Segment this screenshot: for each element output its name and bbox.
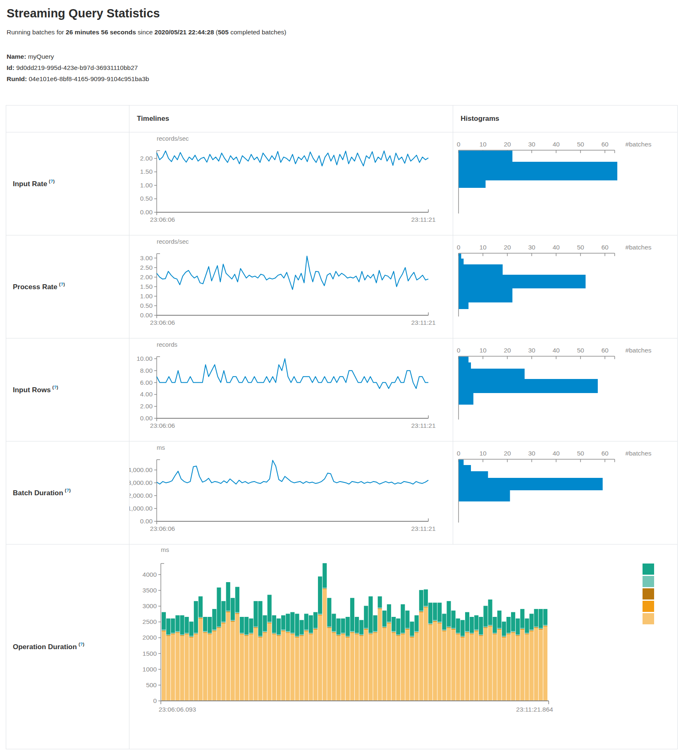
summary-since: since: [136, 29, 155, 36]
run-duration: 26 minutes 56 seconds: [66, 29, 136, 36]
input-rate-histogram-chart: 0102030405060#batches: [453, 132, 677, 235]
svg-text:40: 40: [552, 347, 560, 354]
svg-text:23:06:06: 23:06:06: [150, 525, 175, 532]
svg-text:1.00: 1.00: [140, 182, 153, 189]
row-operation-duration: Operation Duration(?) ms0500100015002000…: [6, 544, 678, 749]
svg-text:2.00: 2.00: [140, 403, 153, 410]
svg-text:#batches: #batches: [626, 450, 652, 457]
svg-text:40: 40: [552, 450, 560, 457]
svg-text:23:06:06: 23:06:06: [150, 422, 175, 429]
svg-text:records: records: [157, 341, 177, 348]
id-label: Id:: [7, 64, 14, 71]
row-label-batch-duration: Batch Duration(?): [6, 441, 129, 544]
running-batches-summary: Running batches for 26 minutes 56 second…: [7, 29, 700, 36]
svg-text:60: 60: [601, 141, 609, 148]
column-header-histograms: Histograms: [453, 106, 678, 132]
batch-duration-help-icon[interactable]: (?): [65, 488, 71, 493]
legend-swatch-4: [643, 601, 654, 612]
operation-duration-stacked-chart: ms0500100015002000250030003500400023:06:…: [129, 544, 677, 749]
svg-text:60: 60: [601, 244, 609, 251]
svg-text:40: 40: [552, 244, 560, 251]
stats-table: Timelines Histograms Input Rate(?) recor…: [6, 105, 678, 749]
svg-text:10: 10: [479, 244, 487, 251]
query-runid-row: RunId: 04e101e6-8bf8-4165-9099-9104c951b…: [7, 73, 700, 84]
svg-text:23:11:21.864: 23:11:21.864: [516, 706, 553, 713]
header-empty: [6, 106, 129, 132]
svg-text:0.00: 0.00: [140, 518, 153, 525]
page-title: Streaming Query Statistics: [7, 7, 700, 20]
svg-text:20: 20: [504, 347, 511, 354]
svg-text:23:06:06: 23:06:06: [150, 319, 175, 326]
svg-text:500: 500: [146, 681, 157, 688]
svg-text:23:06:06: 23:06:06: [150, 216, 175, 223]
input-rate-timeline-chart: records/sec0.000.501.001.502.0023:06:062…: [129, 132, 453, 235]
svg-text:records/sec: records/sec: [157, 238, 189, 245]
page: Streaming Query Statistics Running batch…: [0, 7, 700, 749]
svg-text:0.50: 0.50: [140, 195, 153, 202]
svg-text:4000: 4000: [143, 571, 157, 578]
svg-text:#batches: #batches: [626, 347, 652, 354]
process-rate-help-icon[interactable]: (?): [59, 282, 65, 287]
svg-text:10: 10: [479, 347, 487, 354]
completed-batches-count: 505: [218, 29, 229, 36]
svg-text:23:11:21: 23:11:21: [411, 319, 435, 326]
svg-text:23:06:06.093: 23:06:06.093: [159, 706, 196, 713]
svg-text:4.00: 4.00: [140, 391, 153, 398]
svg-text:0: 0: [457, 347, 461, 354]
name-value: myQuery: [28, 53, 54, 60]
start-timestamp: 2020/05/21 22:44:28: [155, 29, 214, 36]
svg-text:60: 60: [601, 450, 609, 457]
svg-text:10: 10: [479, 141, 487, 148]
svg-text:1.00: 1.00: [140, 293, 153, 300]
legend-swatch-3: [643, 588, 654, 600]
svg-text:1,000.00: 1,000.00: [129, 505, 153, 512]
svg-text:0.50: 0.50: [140, 302, 153, 309]
svg-text:#batches: #batches: [626, 141, 652, 148]
legend-swatch-2: [643, 576, 654, 587]
svg-text:0.00: 0.00: [140, 312, 153, 319]
process-rate-histogram-chart: 0102030405060#batches: [453, 235, 677, 338]
svg-text:50: 50: [577, 244, 584, 251]
summary-open-paren: (: [214, 29, 218, 36]
svg-text:0.00: 0.00: [140, 415, 153, 422]
row-input-rate: Input Rate(?) records/sec0.000.501.001.5…: [6, 132, 678, 235]
svg-text:1.50: 1.50: [140, 283, 153, 290]
svg-text:2.00: 2.00: [140, 273, 153, 281]
svg-text:0: 0: [457, 450, 461, 457]
svg-text:2500: 2500: [143, 618, 157, 625]
svg-text:0.00: 0.00: [140, 209, 153, 216]
svg-text:40: 40: [552, 141, 560, 148]
svg-text:30: 30: [528, 141, 535, 148]
input-rate-help-icon[interactable]: (?): [49, 179, 55, 184]
input-rows-help-icon[interactable]: (?): [53, 385, 58, 390]
svg-text:3000: 3000: [143, 602, 157, 609]
svg-text:2.00: 2.00: [140, 155, 153, 162]
summary-suffix: completed batches): [229, 29, 287, 36]
svg-text:3500: 3500: [143, 587, 157, 594]
svg-text:30: 30: [528, 347, 535, 354]
runid-value: 04e101e6-8bf8-4165-9099-9104c951ba3b: [29, 75, 149, 82]
svg-text:20: 20: [504, 244, 511, 251]
svg-text:3.00: 3.00: [140, 254, 153, 261]
operation-duration-help-icon[interactable]: (?): [79, 642, 84, 647]
legend-swatch-5: [643, 613, 654, 624]
id-value: 9d0dd219-995d-423e-b97d-36931110bb27: [16, 64, 138, 71]
column-header-timelines: Timelines: [129, 106, 453, 132]
svg-text:30: 30: [528, 450, 535, 457]
input-rows-timeline-chart: records0.002.004.006.008.0010.0023:06:06…: [129, 338, 453, 441]
svg-text:6.00: 6.00: [140, 379, 153, 386]
svg-text:#batches: #batches: [626, 244, 652, 251]
svg-text:60: 60: [601, 347, 609, 354]
svg-text:0: 0: [457, 141, 461, 148]
svg-text:20: 20: [504, 450, 511, 457]
svg-text:20: 20: [504, 141, 511, 148]
batch-duration-timeline-chart: ms0.001,000.002,000.003,000.004,000.0023…: [129, 441, 453, 544]
row-label-process-rate: Process Rate(?): [6, 235, 129, 338]
svg-text:10: 10: [479, 450, 487, 457]
header-row: Timelines Histograms: [6, 106, 678, 132]
row-label-input-rate: Input Rate(?): [6, 132, 129, 235]
query-name-row: Name: myQuery: [7, 51, 700, 62]
svg-text:50: 50: [577, 347, 584, 354]
row-process-rate: Process Rate(?) records/sec0.000.501.001…: [6, 235, 678, 338]
summary-prefix: Running batches for: [7, 29, 66, 36]
